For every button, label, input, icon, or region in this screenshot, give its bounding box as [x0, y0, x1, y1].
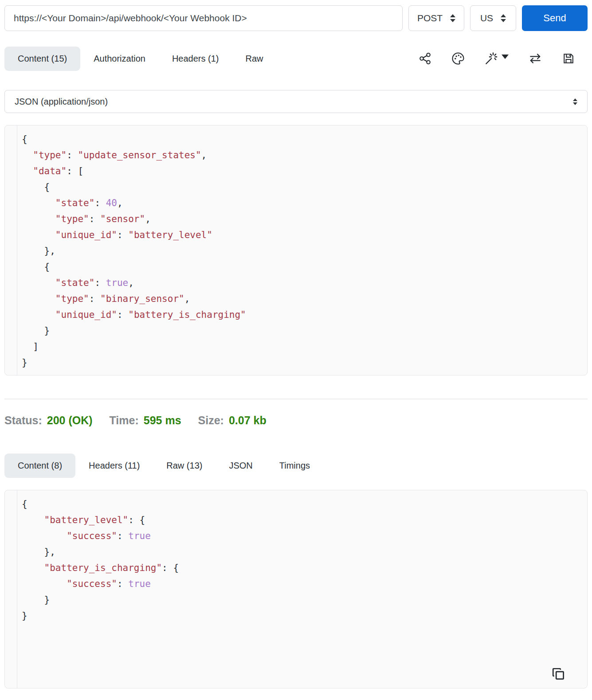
magic-wand-icon[interactable] [484, 51, 509, 66]
tab-request-content[interactable]: Content (15) [4, 47, 80, 71]
body-type-select[interactable]: JSON (application/json) [4, 90, 588, 113]
share-icon[interactable] [419, 52, 432, 65]
response-body-code: { "battery_level": { "success": true }, … [22, 496, 578, 624]
save-icon[interactable] [562, 52, 575, 65]
updown-arrows-icon [450, 14, 455, 22]
copy-icon[interactable] [551, 666, 566, 681]
viewer-gutter [5, 490, 17, 688]
swap-icon[interactable] [528, 51, 542, 66]
size-label: Size: [198, 414, 224, 427]
status-bar: Status: 200 (OK) Time: 595 ms Size: 0.07… [4, 411, 588, 430]
section-divider [4, 399, 588, 399]
palette-icon[interactable] [451, 52, 465, 65]
response-tabs-row: Content (8) Headers (11) Raw (13) JSON T… [4, 453, 588, 478]
updown-arrows-icon [573, 98, 577, 105]
tab-response-content[interactable]: Content (8) [4, 454, 75, 478]
tab-request-authorization[interactable]: Authorization [80, 47, 159, 71]
tab-response-json[interactable]: JSON [216, 454, 266, 478]
time-value: 595 ms [144, 414, 181, 427]
tab-request-headers[interactable]: Headers (1) [159, 47, 232, 71]
tab-request-raw[interactable]: Raw [232, 47, 277, 71]
request-tabs-row: Content (15) Authorization Headers (1) R… [4, 46, 588, 71]
size-value: 0.07 kb [229, 414, 267, 427]
request-tabs: Content (15) Authorization Headers (1) R… [4, 47, 277, 71]
tab-response-timings[interactable]: Timings [266, 454, 323, 478]
status-label: Status: [4, 414, 42, 427]
environment-select[interactable]: US [470, 5, 516, 31]
status-value: 200 (OK) [47, 414, 93, 427]
response-body-viewer: { "battery_level": { "success": true }, … [4, 490, 588, 688]
method-select[interactable]: POST [408, 5, 464, 31]
method-select-value: POST [417, 13, 443, 23]
request-body-code: { "type": "update_sensor_states", "data"… [22, 131, 578, 371]
response-tabs: Content (8) Headers (11) Raw (13) JSON T… [4, 454, 323, 478]
url-input[interactable] [4, 5, 403, 31]
request-body-editor[interactable]: { "type": "update_sensor_states", "data"… [4, 125, 588, 375]
request-bar: POST US Send [4, 5, 588, 31]
editor-gutter [5, 125, 17, 375]
updown-arrows-icon [501, 14, 506, 22]
send-button[interactable]: Send [522, 5, 588, 31]
time-label: Time: [110, 414, 139, 427]
body-type-value: JSON (application/json) [15, 97, 108, 107]
request-toolbar [419, 51, 575, 66]
tab-response-headers[interactable]: Headers (11) [75, 454, 153, 478]
tab-response-raw[interactable]: Raw (13) [153, 454, 216, 478]
environment-select-value: US [480, 13, 493, 23]
chevron-down-icon [502, 55, 509, 59]
